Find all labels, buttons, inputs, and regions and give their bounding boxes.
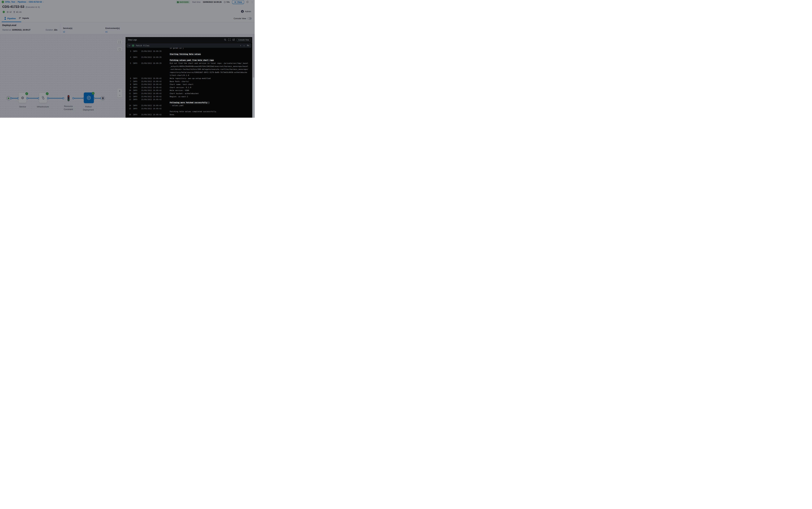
- log-timestamp: 15/09/2022 16:09:42: [141, 83, 162, 86]
- log-search-icon[interactable]: [224, 39, 226, 41]
- log-timestamp: 15/09/2022 16:09:42: [141, 98, 162, 101]
- log-message: t/test-chart/0.1.0: [170, 74, 189, 77]
- step-success-icon: ✓: [132, 44, 134, 47]
- log-level: [133, 74, 139, 77]
- log-line-number: 6: [127, 77, 131, 80]
- log-level: INFO: [133, 89, 139, 92]
- log-timestamp: 15/09/2022 16:09:42: [141, 92, 162, 95]
- log-timestamp: 15/09/2022 16:09:35: [141, 56, 162, 59]
- log-message: repository/helm/source/93602db7-89f2-317…: [170, 71, 247, 74]
- log-row: 12INFO15/09/2022 16:09:42Region: us-east…: [127, 95, 252, 98]
- log-row: t/test-chart/0.1.0: [127, 74, 252, 77]
- console-view-button[interactable]: Console View: [237, 38, 251, 41]
- log-line-number: [127, 59, 131, 62]
- log-line-number: [127, 110, 131, 113]
- log-message: Region: us-east-1: [170, 95, 188, 98]
- log-level: [133, 101, 139, 104]
- log-row: 8INFO15/09/2022 16:09:42Chart name: test…: [127, 83, 252, 86]
- scroll-to-bottom-icon[interactable]: ↓: [244, 44, 245, 47]
- log-timestamp: 15/09/2022 16:09:42: [141, 95, 162, 98]
- log-timestamp: [141, 53, 162, 56]
- log-row: 10INFO15/09/2022 16:09:42Helm version: V…: [127, 89, 252, 92]
- execution-page: ∞ CFDs_Test › Pipelines › CDS-41722-S3 ›…: [0, 0, 255, 118]
- chevron-down-icon[interactable]: [128, 44, 130, 47]
- log-level: INFO: [133, 92, 139, 95]
- log-row: _achyuth/d605e19b46448ceaacb01fb4c19633a…: [127, 65, 252, 68]
- log-level: INFO: [133, 104, 139, 107]
- log-level: [133, 68, 139, 71]
- log-timestamp: 15/09/2022 16:09:42: [141, 113, 162, 116]
- log-row: Fetching values.yaml from helm chart rep…: [127, 59, 252, 62]
- log-line-number: [127, 68, 131, 71]
- log-line-number: [127, 65, 131, 68]
- log-row: in gofmt.io }: [127, 48, 252, 50]
- log-line-number: 10: [127, 89, 131, 92]
- log-line-number: 11: [127, 92, 131, 95]
- log-level: INFO: [133, 56, 139, 59]
- log-row: repository/helm/source/93602db7-89f2-317…: [127, 71, 252, 74]
- log-timestamp: 15/09/2022 16:09:42: [141, 86, 162, 89]
- log-row: 13INFO15/09/2022 16:09:42: [127, 98, 252, 101]
- log-level: INFO: [133, 80, 139, 83]
- log-row: -out/darwin-fastbuild/bin/260-delegate/e…: [127, 68, 252, 71]
- log-row: 6INFO15/09/2022 16:09:42Helm repository:…: [127, 77, 252, 80]
- log-level: INFO: [133, 50, 139, 53]
- log-row: 5INFO15/09/2022 16:09:35Did not find the…: [127, 62, 252, 65]
- log-row: 11INFO15/09/2022 16:09:42Chart bucket: a…: [127, 92, 252, 95]
- log-line-number: [127, 74, 131, 77]
- log-level: INFO: [133, 83, 139, 86]
- log-body[interactable]: in gofmt.io }3INFO15/09/2022 16:09:35Sta…: [125, 48, 252, 118]
- log-level: [133, 59, 139, 62]
- log-timestamp: [141, 68, 162, 71]
- log-message: Helm version: V380: [170, 89, 189, 92]
- log-level: INFO: [133, 62, 139, 65]
- log-message: Starting fetching Helm values: [170, 53, 201, 56]
- log-message: Fetching values.yaml from helm chart rep…: [170, 59, 214, 62]
- log-message: Chart name: test-chart: [170, 83, 193, 86]
- log-expand-icon[interactable]: [228, 39, 230, 41]
- log-message: Fetching helm values completed successfu…: [170, 110, 217, 113]
- log-message: in gofmt.io }: [170, 48, 184, 50]
- log-timestamp: 15/09/2022 16:09:42: [141, 80, 162, 83]
- log-line-number: 13: [127, 98, 131, 101]
- log-row: 4INFO15/09/2022 16:09:35: [127, 56, 252, 59]
- log-timestamp: [141, 59, 162, 62]
- step-row-fetch-files[interactable]: ✓ Fetch Files ↑ ↓ 9s: [126, 43, 251, 48]
- step-name: Fetch Files: [136, 44, 149, 47]
- page-scrollbar-thumb[interactable]: [253, 77, 254, 118]
- log-row: 9INFO15/09/2022 16:09:42Chart version: 0…: [127, 86, 252, 89]
- log-line-number: 12: [127, 95, 131, 98]
- log-line-number: [127, 101, 131, 104]
- log-timestamp: 15/09/2022 16:09:35: [141, 62, 162, 65]
- log-row: 15INFO15/09/2022 16:09:42: [127, 107, 252, 110]
- log-row: 16INFO15/09/2022 16:09:42Done.: [127, 113, 252, 116]
- scroll-to-top-icon[interactable]: ↑: [240, 44, 241, 47]
- log-timestamp: 15/09/2022 16:09:42: [141, 104, 162, 107]
- log-row: 14INFO15/09/2022 16:09:42- values.yaml: [127, 104, 252, 107]
- open-in-new-tab-icon[interactable]: [232, 39, 235, 41]
- log-line-number: [127, 53, 131, 56]
- step-duration: 9s: [247, 44, 249, 47]
- log-timestamp: [141, 65, 162, 68]
- log-level: INFO: [133, 77, 139, 80]
- log-line-number: 7: [127, 80, 131, 83]
- log-level: [133, 53, 139, 56]
- log-timestamp: [141, 71, 162, 74]
- log-timestamp: [141, 48, 162, 50]
- log-timestamp: [141, 101, 162, 104]
- log-message: Helm repository: aws-qa-setup-modified: [170, 77, 211, 80]
- log-line-number: 4: [127, 56, 131, 59]
- log-row: 7INFO15/09/2022 16:09:42Base Path: chart…: [127, 80, 252, 83]
- log-level: INFO: [133, 113, 139, 116]
- log-message: -out/darwin-fastbuild/bin/260-delegate/e…: [170, 68, 248, 71]
- log-message: _achyuth/d605e19b46448ceaacb01fb4c19633a…: [170, 65, 248, 68]
- log-line-number: 14: [127, 104, 131, 107]
- log-line-number: 3: [127, 50, 131, 53]
- log-row: Starting fetching Helm values: [127, 53, 252, 56]
- log-message: Did not find the chart and version in lo…: [170, 62, 248, 65]
- log-timestamp: 15/09/2022 16:09:42: [141, 89, 162, 92]
- log-message: Base Path: charts/: [170, 80, 189, 83]
- log-level: [133, 48, 139, 50]
- step-logs-drawer: Step Logs Console View ✓ Fetch Files: [125, 37, 252, 118]
- log-timestamp: [141, 110, 162, 113]
